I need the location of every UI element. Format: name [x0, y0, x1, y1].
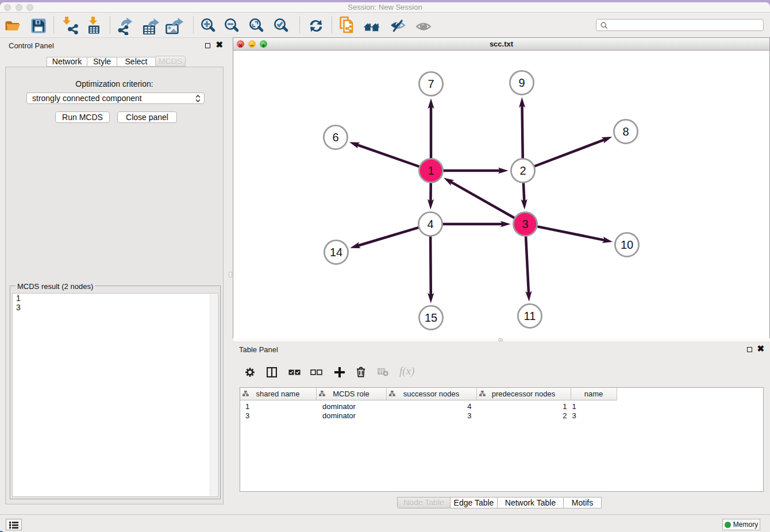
svg-text:14: 14: [330, 246, 342, 259]
svg-text:1: 1: [428, 164, 434, 177]
svg-text:6: 6: [332, 131, 338, 144]
svg-text:7: 7: [428, 78, 434, 90]
svg-text:3: 3: [522, 218, 528, 230]
svg-text:8: 8: [622, 125, 629, 138]
svg-text:f(x): f(x): [399, 366, 414, 377]
svg-text:9: 9: [518, 76, 525, 89]
svg-text:4: 4: [427, 218, 433, 230]
svg-text:10: 10: [621, 238, 633, 251]
svg-text:15: 15: [425, 311, 437, 324]
svg-text:2: 2: [519, 164, 526, 177]
svg-text:11: 11: [524, 310, 536, 322]
